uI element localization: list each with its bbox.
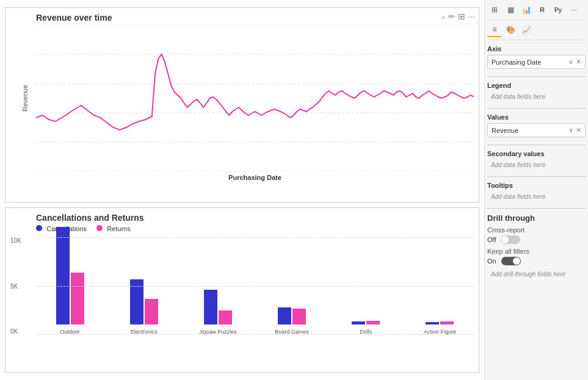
highlight-icon[interactable]: ✏: [448, 12, 456, 21]
axis-title: Axis: [487, 43, 586, 52]
revenue-chart: Revenue over time ⬦ ✏ ⊞ ··· Revenue 6K 5…: [5, 7, 479, 203]
bar-actionfigure-returns: [440, 321, 454, 324]
bar-boardgames-cancellations: [278, 307, 291, 324]
bar-group-jigsaw: Jigsaw Puzzles: [184, 290, 252, 335]
bar-jigsaw-cancellations: [204, 290, 217, 324]
axis-field-name: Purchasing Date: [492, 59, 568, 66]
grid-line-bottom: [36, 334, 474, 335]
revenue-chart-title: Revenue over time: [36, 13, 474, 23]
tooltips-add-field[interactable]: Add data fields here: [487, 192, 586, 202]
table-icon[interactable]: ⊞: [487, 2, 502, 17]
axis-section: Axis Purchasing Date ∨ ✕: [487, 43, 586, 70]
values-field-actions: ∨ ✕: [568, 126, 581, 134]
keep-filters-label: Keep all filters: [487, 248, 586, 255]
bar-group-outdoor: Outdoor: [36, 227, 104, 335]
values-remove-icon[interactable]: ✕: [576, 126, 581, 134]
bar-boardgames-returns: [292, 309, 306, 324]
bar-chart: Cancellations and Returns Cancellations …: [5, 207, 479, 373]
bar-jigsaw-returns: [219, 310, 232, 324]
values-section: Values Revenue ∨ ✕: [487, 111, 586, 138]
filter-icon[interactable]: ⬦: [441, 12, 446, 21]
values-title: Values: [487, 111, 586, 121]
axis-remove-icon[interactable]: ✕: [576, 58, 581, 66]
panel-icons-row1: ⊞ ▦ 📊 R Py ···: [487, 2, 586, 20]
divider-3: [487, 145, 586, 145]
bar-group-bars-outdoor: [56, 227, 84, 324]
chart-bar-icon[interactable]: 📊: [519, 2, 534, 17]
bar-outdoor-cancellations: [56, 227, 70, 324]
bar-group-dolls: Dolls: [332, 321, 400, 335]
divider-1: [487, 76, 586, 77]
axis-field-box[interactable]: Purchasing Date ∨ ✕: [487, 55, 586, 69]
secondary-values-section: Secondary values Add data fields here: [487, 148, 586, 170]
divider-2: [487, 108, 586, 109]
bar-group-boardgames: Board Games: [258, 307, 326, 335]
cross-report-toggle-row: Off: [487, 235, 586, 244]
py-icon[interactable]: Py: [551, 2, 565, 17]
bar-electronics-returns: [145, 299, 158, 324]
panel-icons-row2: ≡ 🎨 📈: [487, 23, 586, 40]
revenue-line-svg: 6K 5K 4K 3K 2K 1K Aug 2019 Sep 2019 Oct …: [36, 25, 474, 171]
bar-chart-area: 10K 5K 0K Outdoor: [36, 237, 474, 335]
axis-field-actions: ∨ ✕: [568, 58, 581, 66]
grid-line-mid: [36, 286, 474, 287]
divider-5: [487, 208, 586, 209]
bar-group-bars-boardgames: [278, 307, 306, 324]
cross-report-label: Cross-report: [487, 226, 586, 234]
cross-report-state: Off: [487, 236, 496, 243]
legend-section: Legend Add data fields here: [487, 79, 586, 102]
chart-toolbar: ⬦ ✏ ⊞ ···: [441, 12, 475, 21]
r-icon[interactable]: R: [535, 2, 550, 17]
bar-dolls-cancellations: [352, 321, 365, 324]
keep-filters-toggle-row: On: [487, 257, 586, 265]
expand-icon[interactable]: ⊞: [458, 12, 465, 21]
legend-title: Legend: [487, 79, 586, 89]
paint-icon[interactable]: 🎨: [503, 23, 518, 37]
legend-add-field[interactable]: Add data fields here: [487, 91, 586, 102]
y-axis-label: Revenue: [21, 85, 29, 112]
y-tick-0k: 0K: [10, 328, 21, 335]
keep-filters-toggle[interactable]: [501, 257, 521, 265]
bar-group-actionfigure: Action Figure: [406, 321, 474, 335]
bar-group-bars-actionfigure: [426, 321, 454, 324]
bar-actionfigure-cancellations: [426, 322, 439, 324]
tooltips-title: Tooltips: [487, 179, 586, 189]
matrix-icon[interactable]: ▦: [503, 2, 518, 17]
values-field-name: Revenue: [492, 127, 568, 134]
revenue-chart-area: Revenue 6K 5K 4K 3K 2K 1K Aug 2019 Sep 2…: [36, 25, 474, 171]
divider-4: [487, 176, 586, 177]
more-dots-icon[interactable]: ···: [567, 2, 581, 17]
secondary-add-field[interactable]: Add data fields here: [487, 160, 586, 170]
bar-group-bars-dolls: [352, 321, 380, 324]
drill-add-field[interactable]: Add drill-through fields here: [487, 269, 586, 279]
values-field-box[interactable]: Revenue ∨ ✕: [487, 123, 586, 137]
y-tick-10k: 10K: [10, 237, 21, 244]
x-axis-label: Purchasing Date: [36, 174, 474, 181]
bar-outdoor-returns: [71, 273, 84, 324]
keep-filters-state: On: [487, 257, 496, 265]
values-expand-icon[interactable]: ∨: [568, 126, 573, 134]
bar-chart-title: Cancellations and Returns: [36, 213, 474, 223]
y-tick-5k: 5K: [10, 283, 21, 290]
bar-y-axis: 10K 5K 0K: [10, 237, 21, 335]
bar-group-electronics: Electronics: [110, 279, 178, 335]
more-icon[interactable]: ···: [468, 12, 475, 21]
analytics-icon[interactable]: 📈: [519, 23, 534, 37]
returns-label: Returns: [107, 225, 131, 232]
field-icon[interactable]: ≡: [487, 23, 502, 37]
drill-section: Drill through Cross-report Off Keep all …: [487, 213, 586, 279]
grid-line-top: [36, 237, 474, 238]
main-content: Revenue over time ⬦ ✏ ⊞ ··· Revenue 6K 5…: [0, 0, 484, 380]
right-panel: ⊞ ▦ 📊 R Py ··· ≡ 🎨 📈 Axis Purchasing Dat…: [484, 0, 588, 380]
axis-expand-icon[interactable]: ∨: [568, 58, 573, 66]
secondary-values-title: Secondary values: [487, 148, 586, 157]
bar-group-bars-jigsaw: [204, 290, 232, 324]
tooltips-section: Tooltips Add data fields here: [487, 179, 586, 202]
cross-report-toggle[interactable]: [501, 235, 520, 244]
drill-title: Drill through: [487, 213, 586, 223]
bar-dolls-returns: [366, 321, 380, 324]
